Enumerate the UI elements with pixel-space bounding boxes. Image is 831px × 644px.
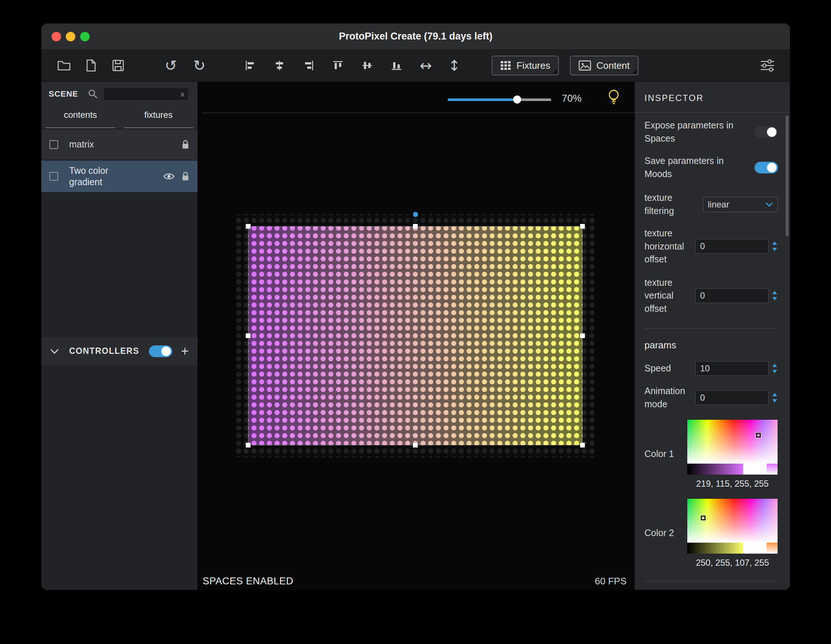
fixtures-grid-icon xyxy=(500,61,511,71)
color1-marker[interactable] xyxy=(756,433,761,438)
align-center-horizontal-button[interactable] xyxy=(271,57,288,74)
color2-alpha-segment[interactable] xyxy=(767,543,778,554)
color1-brightness-strip[interactable] xyxy=(687,464,778,475)
workspace-canvas[interactable]: 70% xyxy=(197,82,635,590)
color2-brightness-gradient[interactable] xyxy=(687,543,743,554)
lock-icon[interactable] xyxy=(181,171,189,182)
matrix-icons xyxy=(181,139,189,150)
speed-input[interactable] xyxy=(695,361,769,376)
save-parameters-toggle[interactable] xyxy=(755,162,778,174)
align-left-button[interactable] xyxy=(242,57,258,74)
spaces-status: SPACES ENABLED xyxy=(203,575,293,587)
speed-stepper[interactable] xyxy=(771,363,778,374)
content-menu-button[interactable]: Content xyxy=(570,56,638,75)
brightness-bulb-icon[interactable] xyxy=(607,89,621,106)
minimize-window-button[interactable] xyxy=(66,32,75,41)
resize-handle-top-right[interactable] xyxy=(580,224,585,229)
search-icon xyxy=(88,89,98,99)
color1-label: Color 1 xyxy=(645,448,687,461)
align-right-icon xyxy=(302,59,315,72)
color2-label: Color 2 xyxy=(645,526,687,540)
scene-label: SCENE xyxy=(49,89,78,99)
color1-picker[interactable] xyxy=(687,419,778,474)
resize-handle-top-center[interactable] xyxy=(413,224,418,229)
zoom-slider[interactable] xyxy=(448,94,551,105)
texture-vertical-offset-input[interactable] xyxy=(695,289,769,303)
texture-filtering-row: texture filtering linear xyxy=(635,191,790,217)
expose-parameters-toggle[interactable] xyxy=(755,126,778,138)
search-clear-button[interactable]: x xyxy=(181,90,184,99)
align-top-icon xyxy=(332,59,344,72)
add-controller-button[interactable]: + xyxy=(181,345,189,358)
save-button[interactable] xyxy=(110,57,126,74)
texture-vertical-offset-label: texture vertical offset xyxy=(645,276,695,316)
resize-handle-bottom-left[interactable] xyxy=(246,443,250,448)
color1-alpha-segment[interactable] xyxy=(767,464,778,475)
texture-filtering-select[interactable]: linear xyxy=(703,197,778,212)
close-window-button[interactable] xyxy=(52,32,61,41)
color2-brightness-strip[interactable] xyxy=(687,543,778,554)
align-middle-vertical-button[interactable] xyxy=(359,57,375,74)
resize-handle-bottom-right[interactable] xyxy=(580,443,585,448)
texture-horizontal-offset-stepper[interactable] xyxy=(771,241,778,252)
color2-marker[interactable] xyxy=(701,516,705,520)
color2-field[interactable] xyxy=(687,499,778,543)
list-item-two-color-gradient[interactable]: Two color gradient xyxy=(41,161,197,192)
two-color-gradient-object[interactable] xyxy=(248,226,582,445)
align-right-button[interactable] xyxy=(301,57,317,74)
gradient-checkbox[interactable] xyxy=(49,172,58,181)
resize-handle-middle-left[interactable] xyxy=(246,333,250,338)
reload-divider xyxy=(645,581,778,582)
inspector-scrollbar[interactable] xyxy=(786,116,788,236)
texture-filtering-label: texture filtering xyxy=(645,191,703,217)
matrix-checkbox[interactable] xyxy=(49,140,58,149)
controllers-toggle[interactable] xyxy=(149,346,172,357)
color1-field[interactable] xyxy=(687,420,778,464)
settings-button[interactable] xyxy=(759,57,775,74)
chevron-down-icon[interactable] xyxy=(50,349,59,354)
fixtures-menu-button[interactable]: Fixtures xyxy=(492,56,559,75)
align-center-horizontal-icon xyxy=(273,59,286,72)
list-item-matrix[interactable]: matrix xyxy=(41,129,197,159)
distribute-horizontal-button[interactable]: ↔ xyxy=(418,57,434,74)
distribute-tool-group: ↔ ↕ xyxy=(418,57,462,74)
rotate-handle[interactable] xyxy=(413,212,418,217)
animation-mode-input[interactable] xyxy=(695,391,769,405)
distribute-vertical-icon: ↕ xyxy=(448,58,460,73)
align-bottom-button[interactable] xyxy=(388,57,404,74)
align-tool-group xyxy=(242,57,404,74)
resize-handle-middle-right[interactable] xyxy=(580,333,585,338)
color1-row: Color 1 219, 115, 255, xyxy=(635,419,790,489)
save-parameters-label: Save parameters in Moods xyxy=(645,155,744,180)
texture-horizontal-offset-input[interactable] xyxy=(695,239,769,253)
color2-row: Color 2 250, 255, 107, xyxy=(635,498,790,568)
color1-white-segment[interactable] xyxy=(743,464,767,475)
align-top-button[interactable] xyxy=(330,57,346,74)
distribute-vertical-button[interactable]: ↕ xyxy=(446,57,462,74)
animation-mode-stepper[interactable] xyxy=(771,392,778,403)
maximize-window-button[interactable] xyxy=(80,32,90,41)
lock-icon[interactable] xyxy=(181,139,189,150)
color1-brightness-gradient[interactable] xyxy=(687,464,743,475)
texture-horizontal-offset-label: texture horizontal offset xyxy=(645,227,695,266)
tab-contents[interactable]: contents xyxy=(46,106,115,128)
color2-picker[interactable] xyxy=(687,498,778,553)
texture-vertical-offset-stepper[interactable] xyxy=(771,290,778,301)
resize-handle-top-left[interactable] xyxy=(246,224,250,229)
tab-fixtures[interactable]: fixtures xyxy=(124,106,194,128)
sliders-icon xyxy=(759,59,775,72)
resize-handle-bottom-center[interactable] xyxy=(413,443,418,448)
redo-button[interactable]: ↻ xyxy=(191,57,207,74)
visibility-eye-icon[interactable] xyxy=(163,172,175,180)
align-middle-vertical-icon xyxy=(361,59,373,72)
scene-search-input[interactable]: x xyxy=(104,88,188,100)
chevron-down-icon xyxy=(765,202,773,207)
zoom-slider-knob[interactable] xyxy=(513,96,521,104)
color2-white-segment[interactable] xyxy=(743,543,767,554)
open-project-button[interactable] xyxy=(56,57,72,74)
controllers-header: CONTROLLERS + xyxy=(41,337,197,365)
new-file-button[interactable] xyxy=(83,57,99,74)
main-toolbar: ↺ ↻ xyxy=(41,50,790,81)
undo-button[interactable]: ↺ xyxy=(163,57,179,74)
texture-horizontal-offset-row: texture horizontal offset xyxy=(635,227,790,266)
